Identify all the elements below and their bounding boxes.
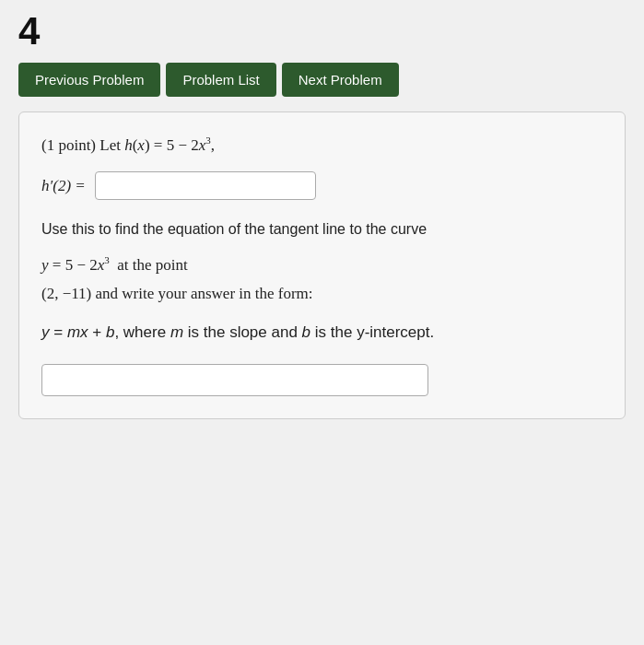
slope-form-description: y = mx + b, where m is the slope and b i… — [41, 321, 603, 345]
derivative-label: h′(2) = — [41, 177, 86, 195]
problem-card: (1 point) Let h(x) = 5 − 2x3, h′(2) = Us… — [18, 111, 626, 419]
problem-list-button[interactable]: Problem List — [166, 63, 275, 97]
previous-problem-button[interactable]: Previous Problem — [18, 63, 160, 97]
derivative-row: h′(2) = — [41, 171, 603, 200]
page-wrapper: 4 Previous Problem Problem List Next Pro… — [0, 0, 644, 645]
point-line: (2, −11) and write your answer in the fo… — [41, 281, 603, 306]
function-notation: h — [124, 136, 133, 154]
derivative-answer-input[interactable] — [95, 171, 316, 200]
equation-line: y = 5 − 2x3 at the point — [41, 252, 603, 277]
final-answer-input[interactable] — [41, 364, 428, 396]
problem-number: 4 — [18, 9, 626, 53]
problem-statement: (1 point) Let h(x) = 5 − 2x3, — [41, 133, 603, 157]
nav-buttons: Previous Problem Problem List Next Probl… — [18, 63, 626, 97]
use-this-description: Use this to find the equation of the tan… — [41, 218, 603, 241]
next-problem-button[interactable]: Next Problem — [282, 63, 399, 97]
